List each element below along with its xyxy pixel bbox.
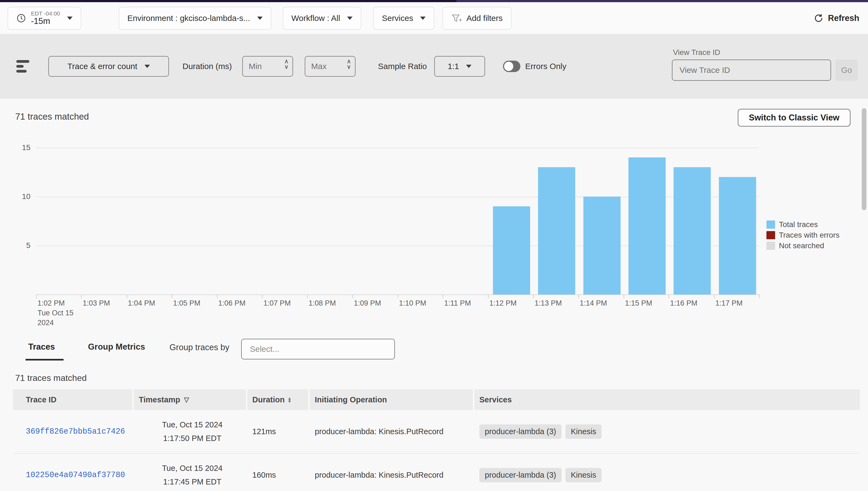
toggle-knob [504,62,513,71]
trace-id-link[interactable]: 369ff826e7bbb5a1c7426 [26,427,125,436]
trace-id-link[interactable]: 102250e4a07490af37780 [26,471,125,480]
column-header-services: Services [474,389,860,410]
legend-swatch [767,231,775,239]
view-trace-id-input[interactable] [672,60,831,81]
chevron-down-icon [420,17,426,20]
x-axis-tick-label: 1:05 PM [173,299,200,308]
timestamp-date: Tue, Oct 15 2024 [162,418,222,431]
x-axis-tick-label: 1:16 PM [670,299,698,308]
legend-label: Not searched [779,241,824,250]
filter-plus-icon [451,13,462,23]
service-chip[interactable]: producer-lambda (3) [479,424,562,439]
x-axis-date-label: Tue Oct 15 [37,309,73,317]
top-toolbar: EDT -04:00 -15m Environment : gkcisco-la… [0,2,868,34]
total-traces-bar[interactable] [719,177,756,294]
workflow-dropdown[interactable]: Workflow : All [283,7,362,30]
stepper-arrows-icon[interactable]: ∧∨ [284,59,289,69]
x-axis-tick [307,294,308,298]
trace-count-bar-chart[interactable]: 510151:02 PM1:03 PM1:04 PM1:05 PM1:06 PM… [0,136,868,337]
total-traces-bar[interactable] [493,206,530,294]
total-traces-bar[interactable] [628,157,666,294]
errors-only-toggle[interactable] [503,61,520,72]
group-traces-by-select[interactable]: Select... [241,339,395,359]
vertical-scrollbar[interactable] [862,108,866,210]
services-label: Services [382,13,413,23]
total-traces-bar[interactable] [583,197,621,294]
x-axis-tick [398,294,398,298]
y-axis-tick-label: 5 [11,241,30,250]
x-axis-tick [488,294,489,298]
sort-desc-icon[interactable]: ▽ [184,396,189,403]
sort-both-icon[interactable]: ▴▾ [288,397,290,403]
sample-ratio-label: Sample Ratio [378,62,427,71]
timestamp-date: Tue, Oct 15 2024 [162,461,222,475]
x-axis-tick-label: 1:07 PM [264,299,291,308]
x-axis-tick [443,294,443,298]
services-dropdown[interactable]: Services [373,7,434,30]
tab-traces[interactable]: Traces [28,342,55,352]
time-range-picker[interactable]: EDT -04:00 -15m [8,7,81,30]
x-axis-tick [759,294,760,298]
x-axis-tick [217,294,218,298]
view-trace-id-block: View Trace ID Go [672,48,858,81]
refresh-icon [814,13,823,23]
refresh-button[interactable]: Refresh [814,13,859,23]
timestamp-cell: Tue, Oct 15 20241:17:50 PM EDT [134,410,246,453]
environment-label: Environment : gkcisco-lambda-s... [127,13,250,23]
trace-id-cell: 369ff826e7bbb5a1c7426 [13,410,132,453]
chevron-down-icon [145,65,150,68]
x-axis-tick [262,294,262,298]
x-axis-tick [533,294,534,298]
errors-only-label: Errors Only [525,62,566,71]
x-axis-tick-label: 1:11 PM [444,299,471,308]
x-axis-tick [579,294,579,298]
services-cell: producer-lambda (3)Kinesis [474,410,860,453]
filter-toolbar: Trace & error count Duration (ms) ∧∨ ∧∨ … [0,34,868,99]
add-filters-button[interactable]: Add filters [442,7,511,30]
column-header-timestamp[interactable]: Timestamp▽ [134,389,246,410]
metric-type-select[interactable]: Trace & error count [48,56,169,77]
switch-to-classic-view-button[interactable]: Switch to Classic View [738,109,850,127]
service-chip[interactable]: Kinesis [565,468,602,482]
duration-min-field: ∧∨ [242,56,293,77]
x-axis-tick [127,294,127,298]
environment-dropdown[interactable]: Environment : gkcisco-lambda-s... [119,7,271,30]
x-axis-tick-label: 1:10 PM [399,299,426,308]
group-traces-by-label: Group traces by [169,343,229,352]
stepper-arrows-icon[interactable]: ∧∨ [347,59,351,69]
sample-ratio-select[interactable]: 1:1 [434,56,485,77]
x-axis-tick-label: 1:08 PM [309,299,336,308]
clock-icon [16,13,26,23]
total-traces-bar[interactable] [538,167,575,294]
x-axis-tick-label: 1:02 PM [37,299,65,308]
timestamp-cell: Tue, Oct 15 20241:17:45 PM EDT [134,454,246,491]
x-axis-tick [352,294,353,298]
refresh-label: Refresh [828,13,859,23]
total-traces-bar[interactable] [674,167,711,294]
legend-label: Total traces [779,220,818,229]
column-header-label: Timestamp [139,395,180,404]
group-traces-by-placeholder: Select... [250,344,279,354]
x-axis-tick-label: 1:13 PM [534,299,562,308]
service-chip[interactable]: producer-lambda (3) [479,468,562,482]
x-axis-tick [624,294,624,298]
timestamp-time: 1:17:45 PM EDT [163,475,221,489]
traces-matched-count: 71 traces matched [15,112,89,122]
tab-group-metrics[interactable]: Group Metrics [88,342,145,352]
x-axis-tick [669,294,669,298]
filter-list-icon[interactable] [16,60,30,73]
service-chip[interactable]: Kinesis [565,424,602,439]
go-button[interactable]: Go [835,60,858,81]
traces-table-body: 369ff826e7bbb5a1c7426Tue, Oct 15 20241:1… [13,410,860,491]
x-axis-tick [36,294,37,298]
time-range-value: -15m [31,17,60,26]
table-row: 369ff826e7bbb5a1c7426Tue, Oct 15 20241:1… [13,410,860,454]
legend-item: Traces with errors [767,231,839,239]
chevron-down-icon [257,17,262,20]
x-axis-tick [172,294,172,298]
column-header-label: Services [479,395,512,404]
column-header-duration[interactable]: Duration▴▾ [247,389,308,410]
column-header-label: Initiating Operation [315,395,387,404]
x-axis-tick-label: 1:12 PM [489,299,517,308]
chevron-down-icon [347,17,352,20]
